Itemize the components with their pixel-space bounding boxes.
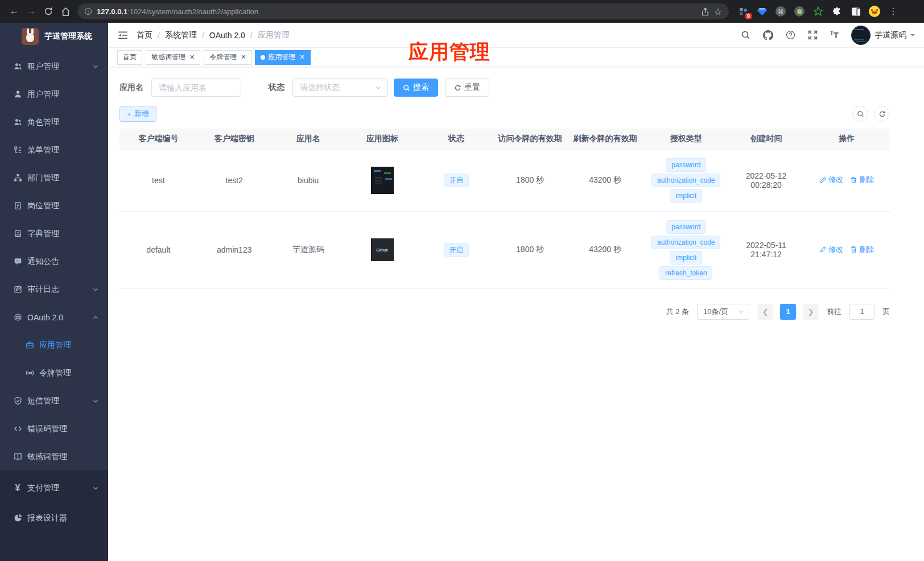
- refresh-table-button[interactable]: [874, 106, 890, 122]
- sidebar-item-通知公告[interactable]: 通知公告: [0, 248, 108, 275]
- puzzle-extension-icon[interactable]: [830, 4, 844, 19]
- sidebar-item-敏感词管理[interactable]: 敏感词管理: [0, 443, 108, 471]
- star-extension-icon[interactable]: [811, 4, 826, 19]
- prev-page-button[interactable]: ❮: [757, 304, 773, 320]
- client-secret-cell: test2: [197, 149, 271, 211]
- breadcrumb-item[interactable]: 系统管理: [165, 30, 197, 40]
- status-cell: 开启: [419, 211, 493, 288]
- app-icon-cell: [345, 149, 419, 211]
- app-name-label: 应用名: [119, 82, 143, 93]
- close-icon[interactable]: ✕: [189, 53, 195, 61]
- sidebar-item-审计日志[interactable]: 审计日志: [0, 275, 108, 303]
- tab-令牌管理[interactable]: 令牌管理✕: [204, 50, 251, 65]
- access-ttl-cell: 1800 秒: [493, 211, 567, 288]
- chevron-down-icon: [910, 34, 915, 39]
- refresh-ttl-cell: 43200 秒: [567, 149, 644, 211]
- post-icon: [13, 201, 22, 210]
- profile-avatar-icon[interactable]: [867, 4, 882, 19]
- sidebar-item-令牌管理[interactable]: 令牌管理: [0, 359, 108, 387]
- sidebar-item-支付管理[interactable]: ¥支付管理: [0, 473, 108, 503]
- app-icon-image: [371, 167, 394, 194]
- sidebar-item-应用管理[interactable]: 应用管理: [0, 331, 108, 359]
- fullscreen-icon[interactable]: [808, 30, 818, 40]
- forward-icon[interactable]: →: [23, 3, 40, 20]
- trash-icon: [850, 246, 857, 253]
- table-toolbar: + 新增: [119, 106, 890, 122]
- home-icon[interactable]: [57, 3, 74, 20]
- user-menu[interactable]: 芋道源码: [851, 26, 915, 45]
- sidebar: 芋道管理系统 租户管理用户管理角色管理菜单管理部门管理岗位管理字典管理通知公告审…: [0, 23, 108, 561]
- sidebar-toggle-icon[interactable]: [117, 30, 129, 41]
- status-cell: 开启: [419, 149, 493, 211]
- page-1-button[interactable]: 1: [780, 304, 796, 320]
- tenant-icon: [13, 62, 22, 71]
- delete-button[interactable]: 删除: [850, 245, 874, 255]
- add-button[interactable]: + 新增: [119, 106, 156, 122]
- column-header: 应用名: [271, 129, 345, 149]
- chevron-down-icon: [92, 398, 99, 405]
- sidebar-item-租户管理[interactable]: 租户管理: [0, 52, 108, 80]
- record-extension-icon[interactable]: [792, 4, 807, 19]
- breadcrumb-item: 应用管理: [258, 30, 290, 40]
- tab-应用管理[interactable]: 应用管理✕: [255, 50, 310, 65]
- page-unit-label: 页: [882, 307, 890, 317]
- tab-首页[interactable]: 首页: [117, 50, 142, 65]
- edit-pen-icon: [819, 176, 827, 184]
- column-header: 状态: [419, 129, 493, 149]
- app-icon-image: Github: [371, 238, 394, 261]
- show-search-button[interactable]: [852, 106, 868, 122]
- side-panel-icon[interactable]: [848, 4, 863, 19]
- browser-menu-icon[interactable]: ⋮: [886, 4, 901, 19]
- sidebar-item-字典管理[interactable]: 字典管理: [0, 220, 108, 248]
- extension-grid-icon[interactable]: 9: [736, 4, 750, 19]
- sidebar-item-错误码管理[interactable]: 错误码管理: [0, 415, 108, 443]
- sidebar-item-OAuth 2.0[interactable]: OAuth 2.0: [0, 303, 108, 331]
- gem-extension-icon[interactable]: [754, 4, 769, 19]
- logo-row[interactable]: 芋道管理系统: [0, 23, 108, 50]
- app-icon-cell: Github: [345, 211, 419, 288]
- url-bar[interactable]: 127.0.0.1:1024/system/oauth2/oauth2/appl…: [77, 3, 729, 19]
- site-info-icon[interactable]: [84, 7, 92, 15]
- report-icon: [13, 514, 22, 522]
- next-page-button[interactable]: ❯: [803, 304, 819, 320]
- edit-button[interactable]: 修改: [819, 245, 843, 255]
- breadcrumb-item[interactable]: OAuth 2.0: [209, 31, 245, 40]
- search-button[interactable]: 搜索: [394, 79, 438, 97]
- back-icon[interactable]: ←: [6, 3, 23, 20]
- close-icon[interactable]: ✕: [299, 53, 304, 61]
- command-extension-icon[interactable]: ⌘: [773, 4, 788, 19]
- github-icon[interactable]: [763, 30, 773, 40]
- status-select[interactable]: 请选择状态: [292, 79, 388, 97]
- grant-types-cell: passwordauthorization_codeimplicit: [644, 149, 729, 211]
- font-size-icon[interactable]: TT: [830, 30, 839, 40]
- share-icon[interactable]: [701, 7, 710, 16]
- refresh-ttl-cell: 43200 秒: [567, 211, 644, 288]
- reset-button[interactable]: 重置: [445, 79, 489, 97]
- sidebar-item-菜单管理[interactable]: 菜单管理: [0, 136, 108, 164]
- breadcrumb-item[interactable]: 首页: [137, 30, 152, 40]
- plus-icon: +: [127, 110, 131, 118]
- goto-page-input[interactable]: [849, 304, 874, 320]
- column-header: 客户端编号: [119, 129, 197, 149]
- navbar: 首页/系统管理/OAuth 2.0/应用管理 TT 芋道源码: [108, 23, 924, 48]
- actions-cell: 修改删除: [803, 149, 890, 211]
- bookmark-star-icon[interactable]: ☆: [714, 6, 722, 17]
- sidebar-item-岗位管理[interactable]: 岗位管理: [0, 192, 108, 220]
- reload-icon[interactable]: [40, 3, 57, 20]
- sidebar-item-角色管理[interactable]: 角色管理: [0, 108, 108, 136]
- close-icon[interactable]: ✕: [241, 53, 246, 61]
- sidebar-item-短信管理[interactable]: 短信管理: [0, 387, 108, 415]
- header-search-icon[interactable]: [741, 30, 750, 40]
- log-icon: [13, 285, 22, 294]
- help-icon[interactable]: [786, 30, 795, 40]
- tab-敏感词管理[interactable]: 敏感词管理✕: [146, 50, 200, 65]
- sidebar-item-部门管理[interactable]: 部门管理: [0, 164, 108, 192]
- edit-button[interactable]: 修改: [819, 175, 843, 185]
- pay-icon: ¥: [13, 483, 22, 493]
- page-size-select[interactable]: 10条/页: [697, 304, 749, 320]
- sidebar-item-用户管理[interactable]: 用户管理: [0, 80, 108, 108]
- app-name-input[interactable]: [151, 79, 241, 97]
- dept-icon: [13, 174, 22, 182]
- sidebar-item-报表设计器[interactable]: 报表设计器: [0, 503, 108, 533]
- delete-button[interactable]: 删除: [850, 175, 874, 185]
